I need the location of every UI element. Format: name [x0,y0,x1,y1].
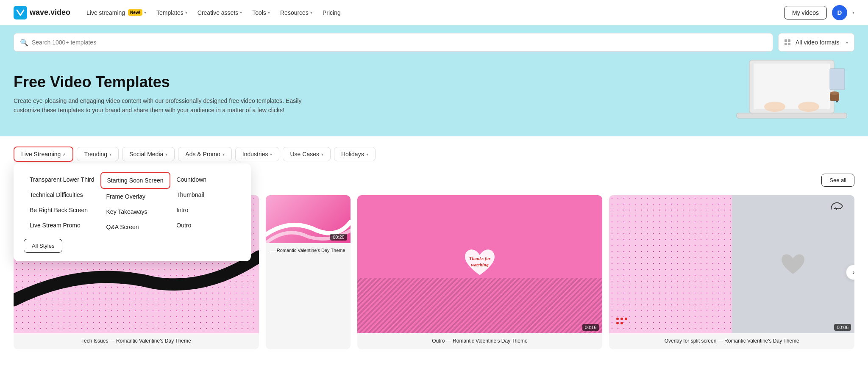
dropdown-item-outro[interactable]: Outro [170,218,241,233]
svg-point-10 [616,318,619,320]
dropdown-item-transparent-lower-third[interactable]: Transparent Lower Third [24,172,100,187]
svg-point-9 [830,91,839,95]
search-icon: 🔍 [20,39,28,47]
use-cases-chevron: ▾ [321,152,323,157]
card-thumb-outro: Thanks forwatching 00:16 [357,195,603,333]
avatar[interactable]: D [832,5,847,20]
search-bar-inner: 🔍 All video formats ▾ [14,33,854,52]
dropdown-item-intro[interactable]: Intro [170,202,241,218]
dropdown-grid: Transparent Lower Third Technical Diffic… [24,172,241,235]
filter-tab-social-media[interactable]: Social Media ▾ [122,147,175,161]
nav-link-templates-label: Templates [156,9,184,16]
dropdown-item-technical-difficulties[interactable]: Technical Difficulties [24,187,100,202]
svg-point-13 [616,322,619,324]
industries-chevron: ▾ [270,152,272,157]
format-dropdown[interactable]: All video formats ▾ [778,33,854,52]
card-thumb-split-overlay: 00:06 [609,195,854,333]
nav-link-pricing-label: Pricing [323,9,341,16]
social-media-chevron: ▾ [165,152,167,157]
dropdown-item-starting-soon[interactable]: Starting Soon Screen [100,172,171,189]
logo-text: wave.video [30,8,70,17]
nav-right: My videos D ▾ [784,5,854,20]
ads-promo-chevron: ▾ [223,152,225,157]
svg-point-4 [764,102,785,112]
trending-chevron: ▾ [109,152,111,157]
logo[interactable]: wave.video [14,6,70,19]
svg-point-14 [620,322,623,324]
nav-link-resources-label: Resources [280,9,309,16]
nav-link-tools[interactable]: Tools ▾ [248,7,274,19]
nav-link-resources[interactable]: Resources ▾ [276,7,317,19]
filter-tab-ads-promo-label: Ads & Promo [185,151,220,158]
hero-description: Create eye-pleasing and engaging video c… [14,96,302,115]
card-label-tech-issues: Tech Issues — Romantic Valentine's Day T… [14,333,259,350]
nav-links: Live streaming New! ▾ Templates ▾ Creati… [82,7,784,19]
avatar-chevron[interactable]: ▾ [852,10,854,15]
dropdown-item-key-takeaways[interactable]: Key Takeaways [100,204,171,219]
template-card-partial[interactable]: 00:20 — Romantic Valentine's Day Theme [266,195,351,349]
filter-tab-live-streaming-label: Live Streaming [21,151,61,158]
dots-decoration [615,317,628,325]
hero-text: Free Video Templates Create eye-pleasing… [14,73,302,115]
svg-rect-0 [14,6,27,19]
nav-link-templates[interactable]: Templates ▾ [152,7,192,19]
card-thumb-partial: 00:20 [266,195,351,243]
nav-link-creative-assets-label: Creative assets [198,9,238,16]
dropdown-item-qa-screen[interactable]: Q&A Screen [100,219,171,235]
search-input[interactable] [32,39,767,46]
search-input-wrap[interactable]: 🔍 [14,33,773,52]
card-duration-partial: 00:20 [330,234,347,241]
live-streaming-tab-container: Live Streaming ∧ Transparent Lower Third… [14,147,73,162]
nav-link-pricing[interactable]: Pricing [318,7,345,19]
dropdown-col-2: Starting Soon Screen Frame Overlay Key T… [100,172,171,235]
navbar: wave.video Live streaming New! ▾ Templat… [0,0,868,25]
nav-chevron-resources: ▾ [310,10,312,15]
filter-tab-trending[interactable]: Trending ▾ [77,147,119,161]
card-label-split-overlay: Overlay for split screen — Romantic Vale… [609,333,854,350]
filter-tab-use-cases[interactable]: Use Cases ▾ [283,147,330,161]
live-streaming-dropdown: Transparent Lower Third Technical Diffic… [14,163,251,261]
dropdown-item-thumbnail[interactable]: Thumbnail [170,187,241,202]
filter-tab-ads-promo[interactable]: Ads & Promo ▾ [178,147,231,161]
nav-link-live-streaming-label: Live streaming [86,9,125,16]
grid-icon [785,39,790,45]
thanks-text: Thanks forwatching [469,255,490,268]
svg-point-11 [620,318,623,320]
dropdown-item-live-stream-promo[interactable]: Live Stream Promo [24,218,100,233]
nav-link-creative-assets[interactable]: Creative assets ▾ [193,7,246,19]
nav-badge-new: New! [128,9,142,16]
nav-link-tools-label: Tools [252,9,266,16]
doodle-svg [829,199,846,211]
dropdown-col-1: Transparent Lower Third Technical Diffic… [24,172,100,235]
holidays-chevron: ▾ [366,152,368,157]
filter-tab-industries[interactable]: Industries ▾ [235,147,280,161]
svg-rect-2 [754,64,830,109]
hero-section: Free Video Templates Create eye-pleasing… [0,52,868,136]
format-dropdown-label: All video formats [796,39,839,46]
dropdown-item-countdown[interactable]: Countdown [170,172,241,187]
filter-tabs: Live Streaming ∧ Transparent Lower Third… [14,147,854,162]
svg-point-12 [625,318,627,320]
dropdown-item-be-right-back[interactable]: Be Right Back Screen [24,202,100,218]
all-styles-button[interactable]: All Styles [24,239,62,253]
filter-tab-live-streaming[interactable]: Live Streaming ∧ [14,147,73,162]
my-videos-button[interactable]: My videos [784,6,827,19]
card-label-outro: Outro — Romantic Valentine's Day Theme [357,333,603,350]
see-all-button[interactable]: See all [821,174,854,187]
template-card-split-overlay[interactable]: 00:06 Overlay for split screen — Romanti… [609,195,854,349]
filter-tab-holidays[interactable]: Holidays ▾ [334,147,376,161]
dropdown-footer: All Styles [24,239,241,253]
search-bar-wrapper: 🔍 All video formats ▾ [0,25,868,52]
dropdown-col-3: Countdown Thumbnail Intro Outro [170,172,241,235]
nav-link-live-streaming[interactable]: Live streaming New! ▾ [82,7,150,19]
svg-rect-6 [830,69,845,90]
logo-icon [14,6,27,19]
filter-tab-holidays-label: Holidays [341,151,364,158]
card-duration-split: 00:06 [834,324,851,331]
card-duration-outro: 00:16 [582,324,599,331]
svg-rect-3 [737,113,847,118]
nav-chevron-templates: ▾ [185,10,187,15]
dropdown-item-frame-overlay[interactable]: Frame Overlay [100,189,171,204]
template-card-outro[interactable]: Thanks forwatching 00:16 Outro — Romanti… [357,195,603,349]
filter-tab-use-cases-label: Use Cases [290,151,319,158]
